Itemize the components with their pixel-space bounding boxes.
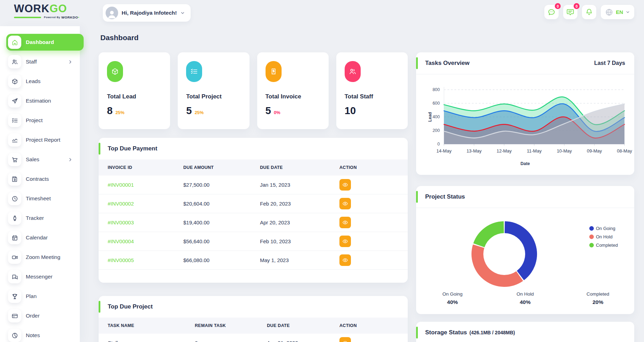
sidebar-item-order[interactable]: Order <box>6 307 77 324</box>
tasks-overview-card: Tasks Overview Last 7 Days 0200400600800… <box>416 52 634 175</box>
svg-text:400: 400 <box>432 114 440 119</box>
chevron-down-icon <box>180 10 185 15</box>
view-button[interactable] <box>339 217 351 228</box>
chat-button[interactable]: 0 <box>544 5 559 19</box>
eye-icon <box>342 340 348 342</box>
sidebar-item-notes[interactable]: Notes <box>6 327 77 342</box>
due-date: Feb 20, 2023 <box>260 201 339 207</box>
column-header: ACTION <box>339 165 408 170</box>
due-payment-title: Top Due Payment <box>108 145 157 152</box>
svg-text:14-May: 14-May <box>436 148 452 154</box>
legend-item-completed: Completed <box>589 243 618 248</box>
stat-value: 8 <box>107 105 113 117</box>
brand-name: WORKGO <box>14 3 79 14</box>
due-date: Feb 10, 2023 <box>260 238 339 244</box>
cube-icon <box>8 75 21 88</box>
sidebar-item-plan[interactable]: Plan <box>6 288 77 305</box>
sidebar-item-leads[interactable]: Leads <box>6 73 77 90</box>
sidebar-item-estimation[interactable]: Estimation <box>6 92 77 109</box>
table-row: #INV00001 $27,500.00 Jan 15, 2023 <box>99 176 408 194</box>
table-row: #INV00003 $19,400.00 Apr 20, 2023 <box>99 213 408 232</box>
stat-value: 10 <box>345 105 356 117</box>
invoice-link[interactable]: #INV00003 <box>108 220 183 225</box>
due-amount: $27,500.00 <box>183 182 260 188</box>
invoice-link[interactable]: #INV00004 <box>108 238 183 244</box>
due-project-header: Top Due Project <box>99 296 408 318</box>
sidebar-item-label: Notes <box>26 332 40 339</box>
summary-value: 40% <box>489 299 562 305</box>
view-button[interactable] <box>339 236 351 247</box>
view-button[interactable] <box>339 198 351 209</box>
notifications-button[interactable] <box>582 5 596 19</box>
legend-dot <box>589 243 594 247</box>
sidebar-item-timesheet[interactable]: Timesheet <box>6 190 77 207</box>
due-payment-header: Top Due Payment <box>99 138 408 159</box>
due-payment-table-header: INVOICE IDDUE AMOUNTDUE DATEACTION <box>99 159 408 176</box>
stat-value: 5 <box>266 105 271 117</box>
due-project-table-header: TASK NAMEREMAIN TASKDUE DATEACTION <box>99 318 408 334</box>
chat-icon <box>8 270 21 283</box>
sidebar-item-zoom-meeting[interactable]: Zoom Meeting <box>6 249 77 266</box>
stat-label: Total Project <box>186 93 241 100</box>
column-header: INVOICE ID <box>108 165 183 170</box>
sidebar-item-calendar[interactable]: Calendar <box>6 229 77 246</box>
app-root: WORKGO Powered By WORKDO• Hi, Rajodiya I… <box>0 0 644 342</box>
svg-text:11-May: 11-May <box>527 148 542 154</box>
invoice-link[interactable]: #INV00005 <box>108 257 183 263</box>
messages-badge: 0 <box>574 3 580 9</box>
donut-summary-on-going: On Going40% <box>416 291 489 305</box>
accent-bar <box>416 191 418 203</box>
summary-value: 20% <box>561 299 634 305</box>
due-amount: $56,640.00 <box>183 238 260 244</box>
eye-icon <box>342 201 348 207</box>
sidebar-item-project[interactable]: Project <box>6 112 77 129</box>
language-selector[interactable]: EN <box>601 5 634 19</box>
column-header: TASK NAME <box>108 323 195 328</box>
brand-logo[interactable]: WORKGO Powered By WORKDO• <box>14 3 79 19</box>
svg-text:0: 0 <box>437 142 440 147</box>
chevron-right-icon <box>68 157 72 162</box>
summary-label: Completed <box>561 291 634 297</box>
view-button[interactable] <box>339 337 351 342</box>
sidebar-item-staff[interactable]: Staff <box>6 53 77 70</box>
accent-bar <box>416 327 418 339</box>
legend-label: On Going <box>596 226 615 231</box>
due-date: Apr 20, 2023 <box>260 220 339 225</box>
chat-bubble-icon <box>547 8 555 16</box>
user-menu[interactable]: Hi, Rajodiya Infotech! <box>103 4 191 22</box>
cart-icon <box>8 153 21 166</box>
sidebar-item-contracts[interactable]: Contracts <box>6 171 77 187</box>
invoice-link[interactable]: #INV00002 <box>108 201 183 207</box>
view-button[interactable] <box>339 179 351 191</box>
sidebar-item-project-report[interactable]: Project Report <box>6 132 77 148</box>
due-payment-card: Top Due Payment INVOICE IDDUE AMOUNTDUE … <box>99 138 408 283</box>
stat-cards: Total Lead 8 25% Total Project 5 25% Tot… <box>99 52 408 129</box>
sidebar-item-label: Contracts <box>26 176 49 182</box>
column-header: ACTION <box>339 323 408 328</box>
column-header: DUE AMOUNT <box>183 165 260 170</box>
remain-task: 6 <box>195 340 267 342</box>
invoice-icon <box>266 61 282 82</box>
tasks-area-chart: 020040060080014-May13-May12-May11-May10-… <box>416 77 634 164</box>
chevron-down-icon <box>626 10 630 14</box>
svg-text:08-May: 08-May <box>617 148 632 154</box>
messages-button[interactable]: 0 <box>563 5 577 19</box>
table-row: #INV00005 $66,080.00 May 1, 2023 <box>99 251 408 270</box>
stat-label: Total Invoice <box>266 93 320 100</box>
legend-dot <box>589 226 594 231</box>
sidebar-item-tracker[interactable]: Tracker <box>6 210 77 226</box>
table-row: #INV00002 $20,604.00 Feb 20, 2023 <box>99 194 408 213</box>
svg-text:13-May: 13-May <box>467 148 482 154</box>
sidebar-item-label: Staff <box>26 59 37 65</box>
view-button[interactable] <box>339 254 351 266</box>
donut-summary-completed: Completed20% <box>561 291 634 305</box>
avatar <box>106 7 118 19</box>
sidebar-item-sales[interactable]: Sales <box>6 151 77 168</box>
save-icon <box>8 172 21 186</box>
invoice-link[interactable]: #INV00001 <box>108 182 183 188</box>
summary-label: On Hold <box>489 291 562 297</box>
logo-tagline-brand: WORKDO• <box>61 15 79 19</box>
eye-icon <box>342 238 348 244</box>
sidebar-item-dashboard[interactable]: Dashboard <box>6 34 84 51</box>
sidebar-item-messenger[interactable]: Messenger <box>6 268 77 285</box>
